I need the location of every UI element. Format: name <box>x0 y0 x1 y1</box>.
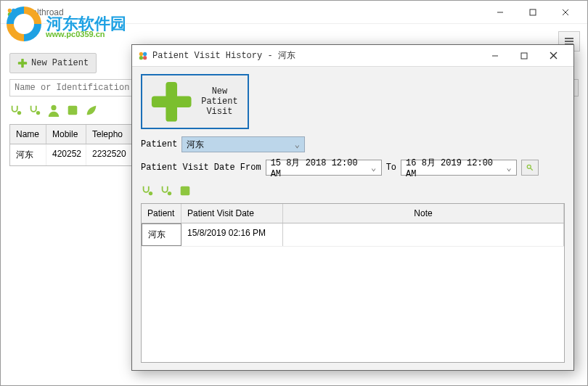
search-icon <box>526 163 534 173</box>
close-icon <box>562 9 569 16</box>
main-close-button[interactable] <box>549 1 581 23</box>
date-to-label: To <box>386 163 396 173</box>
cell-patient: 河东 <box>142 223 181 246</box>
book-icon[interactable] <box>66 104 79 117</box>
patient-table: Name Mobile Telepho 河东 420252 2232520 <box>9 124 140 166</box>
col-visit-date[interactable]: Patient Visit Date <box>181 204 283 223</box>
dialog-close-button[interactable] <box>539 46 568 66</box>
new-patient-label: New Patient <box>31 58 89 68</box>
svg-point-2 <box>8 12 12 16</box>
svg-point-18 <box>143 52 147 55</box>
svg-point-27 <box>527 165 531 169</box>
close-icon <box>550 52 558 59</box>
svg-point-19 <box>139 56 143 59</box>
svg-rect-26 <box>152 96 192 107</box>
date-to-value: 16 8月 2019 12:00 AM <box>406 157 503 179</box>
stethoscope-icon[interactable] <box>141 184 154 197</box>
dialog-app-icon <box>138 51 148 61</box>
svg-point-1 <box>12 8 15 12</box>
dialog-maximize-button[interactable] <box>510 46 539 66</box>
search-button[interactable] <box>521 160 539 176</box>
visit-table: Patient Patient Visit Date Note 河东 15/8/… <box>141 203 565 363</box>
stethoscope2-icon[interactable] <box>160 184 173 197</box>
watermark-url: www.pc0359.cn <box>46 30 105 38</box>
main-maximize-button[interactable] <box>516 1 549 23</box>
date-from-value: 15 8月 2018 12:00 AM <box>271 157 368 179</box>
svg-line-28 <box>531 168 533 171</box>
col-mobile[interactable]: Mobile <box>46 125 86 144</box>
table-row[interactable]: 河东 15/8/2019 02:16 PM <box>142 223 564 247</box>
leaf-icon[interactable] <box>85 104 98 117</box>
svg-rect-16 <box>68 106 78 115</box>
cell-visit-date: 15/8/2019 02:16 PM <box>181 223 283 246</box>
patient-visit-history-dialog: Patient Visit History - 河东 New Patient V… <box>131 44 574 371</box>
cell-name: 河东 <box>10 144 46 165</box>
date-to-picker[interactable]: 16 8月 2019 12:00 AM ⌄ <box>401 160 517 176</box>
patient-combobox[interactable]: 河东 ⌄ <box>181 136 305 152</box>
stethoscope2-icon[interactable] <box>28 104 41 117</box>
svg-rect-12 <box>18 62 27 65</box>
svg-point-29 <box>149 192 152 195</box>
minimize-icon <box>491 52 499 59</box>
maximize-icon <box>529 9 536 16</box>
new-patient-visit-label: New Patient Visit <box>197 86 241 117</box>
patient-label: Patient <box>141 139 177 149</box>
svg-point-30 <box>168 192 171 195</box>
dialog-toolbar <box>141 184 565 197</box>
dialog-minimize-button[interactable] <box>481 46 510 66</box>
col-note[interactable]: Note <box>283 204 564 223</box>
table-row[interactable]: 河东 420252 2232520 <box>10 144 139 165</box>
app-icon <box>7 7 17 17</box>
svg-point-14 <box>36 111 40 115</box>
svg-rect-5 <box>530 9 536 15</box>
plus-icon <box>149 79 194 124</box>
visit-table-header: Patient Patient Visit Date Note <box>142 204 564 223</box>
date-from-label: Patient Visit Date From <box>141 163 261 173</box>
new-patient-button[interactable]: New Patient <box>9 53 97 73</box>
minimize-icon <box>497 9 504 16</box>
person-icon[interactable] <box>47 104 60 117</box>
dialog-title: Patient Visit History - 河东 <box>152 49 481 62</box>
col-name[interactable]: Name <box>10 125 46 144</box>
svg-point-0 <box>8 8 12 12</box>
svg-point-20 <box>143 56 147 59</box>
svg-point-13 <box>17 111 21 115</box>
svg-point-15 <box>51 105 56 110</box>
plus-icon <box>17 58 28 68</box>
svg-point-17 <box>139 52 143 55</box>
main-window-title: Healthroad <box>21 7 483 17</box>
chevron-down-icon: ⌄ <box>291 139 303 150</box>
cell-mobile: 420252 <box>46 144 86 165</box>
svg-rect-22 <box>521 53 527 59</box>
dialog-titlebar: Patient Visit History - 河东 <box>132 45 573 67</box>
maximize-icon <box>520 52 528 59</box>
patient-combo-value: 河东 <box>187 139 291 151</box>
main-titlebar: Healthroad <box>1 1 587 24</box>
new-patient-visit-button[interactable]: New Patient Visit <box>141 74 249 129</box>
patient-table-header: Name Mobile Telepho <box>10 125 139 144</box>
svg-rect-31 <box>181 186 190 196</box>
date-from-picker[interactable]: 15 8月 2018 12:00 AM ⌄ <box>266 160 382 176</box>
stethoscope-icon[interactable] <box>9 104 23 117</box>
chevron-down-icon: ⌄ <box>503 163 515 173</box>
cell-note <box>283 223 564 246</box>
chevron-down-icon: ⌄ <box>368 163 380 173</box>
main-minimize-button[interactable] <box>483 1 516 23</box>
book-icon[interactable] <box>179 184 192 197</box>
col-patient[interactable]: Patient <box>142 204 181 223</box>
svg-point-3 <box>12 12 15 16</box>
